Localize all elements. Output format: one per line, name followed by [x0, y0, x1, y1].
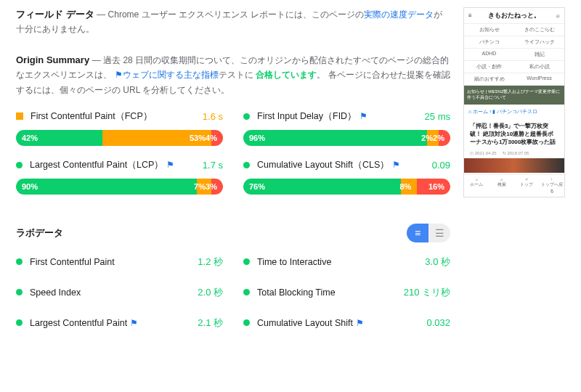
- search-icon: ⌕: [556, 12, 560, 19]
- bar-segment: 76%: [243, 179, 401, 195]
- lab-metric-value: 210 ミリ秒: [404, 286, 450, 299]
- preview-title: きもおたねっと。: [472, 11, 556, 20]
- status-dot: [243, 258, 250, 265]
- preview-tab: <トップ: [514, 175, 540, 197]
- bar-segment: 42%: [16, 130, 102, 146]
- status-dot: [243, 319, 250, 326]
- lab-header: ラボデータ ≡ ☰: [16, 224, 450, 242]
- bar-segment: 16%: [417, 179, 450, 195]
- field-data-header: フィールド データ — Chrome ユーザー エクスペリエンス レポートには、…: [16, 7, 450, 37]
- refresh-icon: ↻: [503, 151, 506, 155]
- status-dot: [16, 162, 23, 168]
- metric-card: First Contentful Paint（FCP）1.6 s42%53%4%: [16, 110, 223, 146]
- status-dot: [16, 289, 23, 295]
- flag-icon: ⚑: [359, 111, 367, 121]
- expanded-view-button[interactable]: ≡: [407, 224, 428, 242]
- field-title: フィールド データ: [16, 9, 94, 20]
- lab-row: Time to Interactive3.0 秒: [243, 256, 450, 269]
- metric-value: 25 ms: [425, 111, 450, 122]
- preview-tab: ⌕検索: [489, 175, 515, 197]
- lab-metric-name: Largest Contentful Paint⚑: [30, 318, 198, 328]
- preview-nav-item: お知らせ: [464, 24, 514, 36]
- lab-metric-value: 0.032: [426, 317, 450, 328]
- preview-tab: ↑トップへ戻る: [540, 175, 565, 197]
- status-dot: [16, 319, 23, 326]
- field-metrics-grid: First Contentful Paint（FCP）1.6 s42%53%4%…: [16, 110, 450, 197]
- metric-name: First Input Delay（FID）⚑: [257, 110, 425, 123]
- clock-icon: ◴: [470, 151, 474, 155]
- lab-metric-name: Speed Index: [30, 287, 198, 298]
- lab-metric-name: Cumulative Layout Shift⚑: [257, 318, 426, 328]
- metric-name: First Contentful Paint（FCP）: [31, 110, 203, 123]
- metric-card: First Input Delay（FID）⚑25 ms96%2%2%: [243, 110, 450, 146]
- view-toggle: ≡ ☰: [407, 224, 450, 242]
- distribution-bar: 96%2%2%: [243, 130, 450, 146]
- distribution-bar: 90%7%3%: [16, 179, 223, 195]
- preview-article-title: 「押忍！番長3」で一撃万枚突破！ 絶頂対決10連勝と超番長ボーナスから1万300…: [464, 119, 564, 150]
- lab-metrics-grid: First Contentful Paint1.2 秒Time to Inter…: [16, 256, 450, 330]
- preview-nav-item: ライフハック: [514, 36, 564, 49]
- lab-metric-name: First Contentful Paint: [30, 257, 198, 267]
- preview-nav-item: パチンコ: [464, 36, 514, 49]
- metric-name: Largest Contentful Paint（LCP）⚑: [30, 159, 203, 171]
- lab-metric-name: Total Blocking Time: [257, 287, 404, 298]
- lab-title: ラボデータ: [16, 226, 407, 240]
- lab-row: Speed Index2.0 秒: [16, 286, 223, 299]
- preview-nav-item: WordPress: [514, 73, 564, 86]
- metric-name: Cumulative Layout Shift（CLS）⚑: [257, 159, 432, 171]
- bar-segment: 2%: [439, 130, 450, 146]
- pass-badge: 合格しています: [256, 70, 317, 80]
- origin-title: Origin Summary: [16, 54, 89, 65]
- flag-icon: ⚑: [356, 318, 364, 328]
- status-dot: [243, 162, 250, 168]
- preview-tabs: ⌂ホーム⌕検索<トップ↑トップへ戻る: [464, 174, 564, 197]
- lab-metric-name: Time to Interactive: [257, 257, 425, 267]
- lab-metric-value: 1.2 秒: [198, 256, 223, 269]
- status-dot: [16, 258, 23, 265]
- lab-row: Largest Contentful Paint⚑2.1 秒: [16, 317, 223, 330]
- lab-metric-value: 3.0 秒: [425, 256, 450, 269]
- origin-summary: Origin Summary — 過去 28 日間の収集期間について、このオリジ…: [16, 53, 450, 97]
- lab-metric-value: 2.1 秒: [198, 317, 223, 330]
- flag-icon: ⚑: [115, 70, 123, 80]
- bar-segment: 90%: [16, 179, 197, 195]
- distribution-bar: 42%53%4%: [16, 130, 223, 146]
- preview-tab: ⌂ホーム: [464, 175, 489, 197]
- preview-nav-item: 紙のおすすめ: [464, 73, 514, 86]
- home-icon: ⌂: [468, 109, 471, 114]
- bar-segment: 53%: [102, 130, 211, 146]
- lab-metric-value: 2.0 秒: [198, 286, 223, 299]
- flag-icon: ⚑: [392, 160, 400, 170]
- bar-segment: 4%: [211, 130, 223, 146]
- metric-value: 1.6 s: [203, 111, 223, 122]
- status-dot: [16, 113, 23, 120]
- preview-image: [464, 158, 564, 173]
- metric-card: Largest Contentful Paint（LCP）⚑1.7 s90%7%…: [16, 159, 223, 195]
- preview-nav: お知らせきのこごらむパチンコライフハックADHD雑記小説・創作私の小説紙のおすす…: [464, 24, 564, 86]
- preview-nav-item: 雑記: [514, 49, 564, 61]
- folder-icon: ▮: [492, 109, 495, 114]
- lab-row: First Contentful Paint1.2 秒: [16, 256, 223, 269]
- preview-nav-item: ADHD: [464, 49, 514, 61]
- preview-dates: ◴ 2021.04.25 ↻ 2018.07.05: [464, 149, 564, 157]
- lab-row: Total Blocking Time210 ミリ秒: [243, 286, 450, 299]
- lab-row: Cumulative Layout Shift⚑0.032: [243, 317, 450, 330]
- bar-segment: 8%: [401, 179, 418, 195]
- compact-view-button[interactable]: ☰: [428, 224, 450, 242]
- web-vitals-link[interactable]: ウェブに関する主な指標: [123, 70, 219, 80]
- metric-value: 1.7 s: [203, 160, 223, 171]
- distribution-bar: 76%8%16%: [243, 179, 450, 195]
- page-preview: ≡ きもおたねっと。 ⌕ お知らせきのこごらむパチンコライフハックADHD雑記小…: [463, 7, 565, 197]
- status-dot: [243, 113, 250, 120]
- preview-nav-item: 私の小説: [514, 61, 564, 73]
- flag-icon: ⚑: [166, 160, 174, 170]
- metric-card: Cumulative Layout Shift（CLS）⚑0.0976%8%16…: [243, 159, 450, 195]
- bar-segment: 3%: [211, 179, 223, 195]
- preview-nav-item: きのこごらむ: [514, 24, 564, 36]
- bar-segment: 96%: [243, 130, 427, 146]
- preview-breadcrumb: ⌂ ホーム › ▮ パチンコパチスロ: [464, 105, 564, 119]
- flag-icon: ⚑: [130, 318, 138, 328]
- preview-banner: お知らせ | WESN2繁入およびテーマ変更作業に伴う不具合について: [464, 86, 564, 105]
- metric-value: 0.09: [432, 160, 450, 171]
- field-link[interactable]: 実際の速度データ: [364, 9, 434, 20]
